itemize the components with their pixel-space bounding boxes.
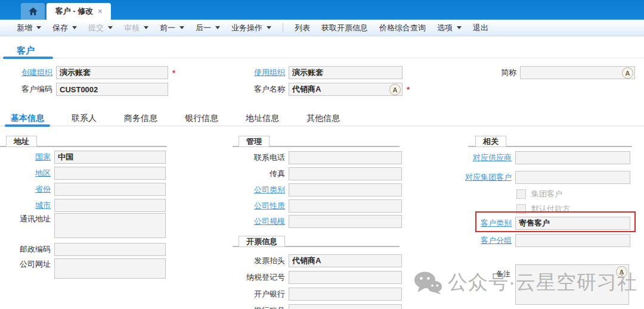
customer-group-field[interactable] (515, 234, 630, 247)
home-tab[interactable] (21, 3, 45, 20)
toolbar-submit-button: 提交 (88, 23, 113, 33)
create-org-label[interactable]: 创建组织 (0, 67, 56, 79)
toolbar-price-query-button[interactable]: 价格综合查询 (379, 23, 426, 33)
related-group-header: 相关 (475, 136, 506, 147)
city-label[interactable]: 城市 (0, 199, 54, 211)
group-customer-row: 对应集团客户 (459, 171, 630, 184)
toolbar-previous-button[interactable]: 前一 (160, 23, 184, 33)
short-name-field[interactable] (520, 66, 635, 79)
region-field[interactable] (54, 167, 166, 180)
city-field[interactable] (54, 199, 166, 212)
bank-account-label: 银行账号 (233, 305, 289, 309)
close-tab-icon[interactable]: × (98, 8, 102, 15)
multilang-icon[interactable]: A (389, 84, 401, 95)
country-label[interactable]: 国家 (0, 151, 54, 163)
tab-address-info[interactable]: 地址信息 (243, 113, 281, 124)
company-scale-label[interactable]: 公司规模 (233, 216, 289, 227)
customer-name-label: 客户名称 (233, 83, 289, 95)
customer-name-field[interactable] (289, 83, 402, 96)
group-customer-label[interactable]: 对应集团客户 (459, 171, 515, 183)
company-category-field[interactable] (289, 183, 402, 196)
phone-row: 联系电话 (233, 151, 402, 164)
page-title: 客户 (17, 45, 35, 57)
dropdown-arrow-icon[interactable] (457, 26, 462, 29)
toolbar-new-button[interactable]: 新增 (17, 23, 41, 33)
short-name-row: 简称 A (464, 66, 635, 79)
tab-contacts[interactable]: 联系人 (69, 113, 99, 124)
fax-field[interactable] (289, 167, 402, 180)
tab-basic-info[interactable]: 基本信息 (8, 113, 47, 124)
multilang-icon[interactable]: A (622, 67, 633, 79)
bank-name-label: 开户银行 (233, 288, 289, 300)
required-marker: * (172, 68, 175, 77)
wechat-icon (414, 271, 442, 295)
bank-name-field[interactable] (289, 288, 402, 301)
multilang-icon[interactable]: A (616, 266, 627, 277)
default-payer-checkbox[interactable] (516, 204, 526, 214)
comm-address-field[interactable] (54, 213, 166, 238)
tab-business-info[interactable]: 商务信息 (122, 113, 160, 124)
active-document-tab[interactable]: 客户 - 修改 × (47, 3, 111, 20)
toolbar-options-button[interactable]: 选项 (437, 23, 462, 33)
company-nature-label[interactable]: 公司性质 (233, 200, 289, 212)
dropdown-arrow-icon[interactable] (72, 26, 77, 29)
tab-other-info[interactable]: 其他信息 (304, 113, 342, 124)
customer-category-field[interactable] (515, 217, 630, 230)
dropdown-arrow-icon[interactable] (179, 26, 184, 29)
company-scale-row: 公司规模 (233, 215, 402, 228)
postcode-label: 邮政编码 (0, 244, 54, 255)
website-field[interactable] (54, 258, 166, 279)
supplier-row: 对应供应商 (459, 151, 630, 164)
toolbar-next-button[interactable]: 后一 (196, 23, 220, 33)
use-org-field[interactable] (289, 66, 402, 79)
phone-field[interactable] (289, 151, 402, 164)
supplier-label[interactable]: 对应供应商 (459, 152, 515, 164)
dropdown-arrow-icon[interactable] (36, 26, 41, 29)
use-org-label[interactable]: 使用组织 (233, 67, 289, 79)
group-customer-field[interactable] (515, 171, 630, 184)
bank-account-field[interactable] (289, 304, 402, 309)
customer-name-row: 客户名称 A * (233, 83, 410, 96)
province-field[interactable] (54, 183, 166, 196)
group-customer-checkbox[interactable] (516, 189, 526, 199)
use-org-row: 使用组织 (233, 66, 402, 79)
toolbar-list-button[interactable]: 列表 (295, 23, 310, 33)
tax-reg-no-field[interactable] (289, 271, 402, 284)
company-nature-field[interactable] (289, 199, 402, 213)
active-tab-title: 客户 - 修改 (55, 6, 94, 17)
postcode-field[interactable] (54, 243, 166, 256)
window-tab-bar: 客户 - 修改 × (0, 0, 644, 20)
supplier-field[interactable] (515, 151, 630, 164)
create-org-field[interactable] (56, 66, 168, 79)
dropdown-arrow-icon[interactable] (267, 26, 271, 29)
toolbar: 新增 保存 提交 审核 前一 后一 业务操作 列表 (0, 20, 644, 36)
country-field[interactable] (54, 151, 166, 164)
invoice-title-label: 发票抬头 (233, 255, 289, 267)
dropdown-arrow-icon[interactable] (144, 26, 148, 29)
customer-category-label[interactable]: 客户类别 (459, 217, 515, 229)
short-name-label: 简称 (464, 67, 520, 79)
toolbar-get-invoice-info-button[interactable]: 获取开票信息 (321, 23, 368, 33)
region-label[interactable]: 地区 (0, 167, 54, 179)
toolbar-exit-button[interactable]: 退出 (473, 23, 488, 33)
group-customer-checkbox-row: 集团客户 (516, 188, 562, 201)
country-row: 国家 (0, 151, 166, 164)
customer-code-label: 客户编码 (0, 83, 56, 95)
tab-bank-info[interactable]: 银行信息 (182, 113, 221, 124)
toolbar-save-button[interactable]: 保存 (52, 23, 77, 33)
toolbar-audit-button: 审核 (124, 23, 148, 33)
dropdown-arrow-icon[interactable] (215, 26, 220, 29)
company-category-label[interactable]: 公司类别 (233, 184, 289, 196)
customer-code-field[interactable] (56, 83, 168, 96)
dropdown-arrow-icon[interactable] (108, 26, 113, 29)
toolbar-business-ops-button[interactable]: 业务操作 (231, 23, 271, 33)
phone-label: 联系电话 (233, 152, 289, 164)
toolbar-separator (283, 23, 283, 33)
required-marker: * (407, 85, 410, 94)
province-label[interactable]: 省份 (0, 183, 54, 195)
invoice-title-field[interactable] (289, 254, 402, 267)
customer-group-label[interactable]: 客户分组 (459, 235, 515, 246)
company-scale-field[interactable] (289, 215, 402, 228)
default-payer-checkbox-row: 默认付款方 (516, 202, 570, 216)
remark-field[interactable]: A (515, 264, 629, 305)
